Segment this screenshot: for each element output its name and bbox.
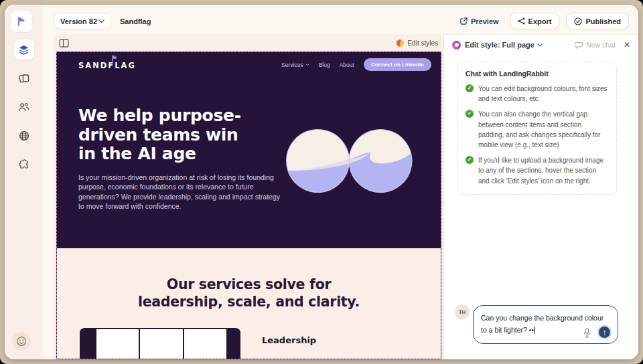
edit-style-panel: Edit style: Full page New chat ✕ Chat wi… xyxy=(443,34,638,359)
check-icon: ✓ xyxy=(466,110,474,118)
chevron-down-icon xyxy=(98,19,104,23)
sidebar-item-globe[interactable] xyxy=(14,126,34,146)
app-window: Version 82 Sandflag Preview Export Publi… xyxy=(5,5,638,359)
nav-item-about[interactable]: About xyxy=(340,62,354,68)
panel-header: Edit style: Full page New chat ✕ xyxy=(444,35,638,55)
close-panel-icon[interactable]: ✕ xyxy=(624,40,630,50)
text-caret xyxy=(534,327,535,334)
linkedin-cta-button[interactable]: Connect on LinkedIn xyxy=(364,58,431,71)
style-swirl-icon xyxy=(452,41,461,50)
panel-title-dropdown[interactable]: Edit style: Full page xyxy=(465,41,543,49)
site-header: SANDFLAG Services Blog About Connect on … xyxy=(57,52,441,77)
hero-section[interactable]: We help purpose-driven teams winin the A… xyxy=(57,77,441,248)
globe-icon xyxy=(19,130,29,141)
published-button[interactable]: Published xyxy=(566,13,629,29)
nav-item-services[interactable]: Services xyxy=(281,62,309,68)
assistant-tips-card: Chat with LandingRabbit ✓ You can edit b… xyxy=(457,62,617,195)
panel-toggle-icon[interactable] xyxy=(59,39,69,48)
tip-item: ✓ You can also change the vertical gap b… xyxy=(466,109,608,150)
toolbar-actions: Preview Export Published xyxy=(456,13,629,29)
style-gradient-icon xyxy=(397,39,404,47)
flag-logo-icon xyxy=(16,16,27,27)
top-toolbar: Version 82 Sandflag Preview Export Publi… xyxy=(5,5,638,35)
hero-dune-illustration xyxy=(286,129,413,193)
puzzle-icon xyxy=(19,159,29,170)
tip-item: ✓ If you'd like to upload a background i… xyxy=(466,155,608,186)
chevron-down-icon xyxy=(305,64,309,66)
services-heading: Our services solve forleadership, scale,… xyxy=(57,276,441,311)
smiley-icon xyxy=(16,336,27,347)
editor-canvas: Edit styles SANDFLAG Services Blog About xyxy=(54,34,443,359)
export-label: Export xyxy=(528,17,552,25)
edit-styles-button[interactable]: Edit styles xyxy=(397,39,438,47)
version-label: Version 82 xyxy=(60,17,97,25)
site-brand[interactable]: SANDFLAG xyxy=(78,61,136,70)
check-circle-icon xyxy=(574,17,582,25)
preview-label: Preview xyxy=(471,17,499,25)
sidebar-item-users[interactable] xyxy=(14,97,34,117)
export-button[interactable]: Export xyxy=(510,13,560,29)
external-link-icon xyxy=(460,17,468,25)
services-section[interactable]: Our services solve forleadership, scale,… xyxy=(57,248,441,359)
user-avatar: TH xyxy=(455,304,470,319)
canvas-topbar: Edit styles xyxy=(54,34,443,52)
app-logo[interactable] xyxy=(11,11,32,32)
chevron-down-icon xyxy=(537,43,543,47)
share-icon xyxy=(518,17,525,25)
layers-icon xyxy=(18,44,29,56)
send-button[interactable]: ↑ xyxy=(597,325,612,339)
pages-icon xyxy=(19,73,29,84)
preview-button[interactable]: Preview xyxy=(456,15,503,28)
version-dropdown[interactable]: Version 82 xyxy=(54,13,111,29)
chat-message-input[interactable]: Can you change the background colour to … xyxy=(473,305,618,344)
chat-bubble-icon xyxy=(575,41,583,49)
hero-paragraph: Is your mission-driven organization at r… xyxy=(78,173,282,211)
edit-styles-label: Edit styles xyxy=(407,39,438,47)
project-name: Sandflag xyxy=(120,17,151,25)
new-chat-label: New chat xyxy=(586,41,616,49)
site-preview[interactable]: SANDFLAG Services Blog About Connect on … xyxy=(56,52,441,359)
published-label: Published xyxy=(585,17,621,25)
hero-heading: We help purpose-driven teams winin the A… xyxy=(78,106,241,164)
check-icon: ✓ xyxy=(466,84,474,92)
sidebar-item-pages[interactable] xyxy=(14,68,34,88)
tip-item: ✓ You can edit background colours, font … xyxy=(466,84,608,104)
nav-item-blog[interactable]: Blog xyxy=(319,62,330,68)
segmented-bar-graphic xyxy=(80,328,240,359)
site-nav: Services Blog About Connect on LinkedIn xyxy=(281,52,431,77)
users-icon xyxy=(18,102,29,112)
microphone-icon[interactable] xyxy=(583,328,591,338)
leadership-label: Leadership xyxy=(262,335,316,345)
tips-card-title: Chat with LandingRabbit xyxy=(466,70,608,78)
desktop-frame: Version 82 Sandflag Preview Export Publi… xyxy=(0,0,643,364)
sidebar-item-plugins[interactable] xyxy=(14,155,34,175)
left-sidebar xyxy=(5,5,43,359)
feedback-button[interactable] xyxy=(12,332,31,351)
check-icon: ✓ xyxy=(466,156,474,164)
sidebar-item-layers[interactable] xyxy=(14,39,34,60)
panel-title: Edit style: Full page xyxy=(465,41,534,49)
new-chat-button[interactable]: New chat xyxy=(575,41,616,49)
